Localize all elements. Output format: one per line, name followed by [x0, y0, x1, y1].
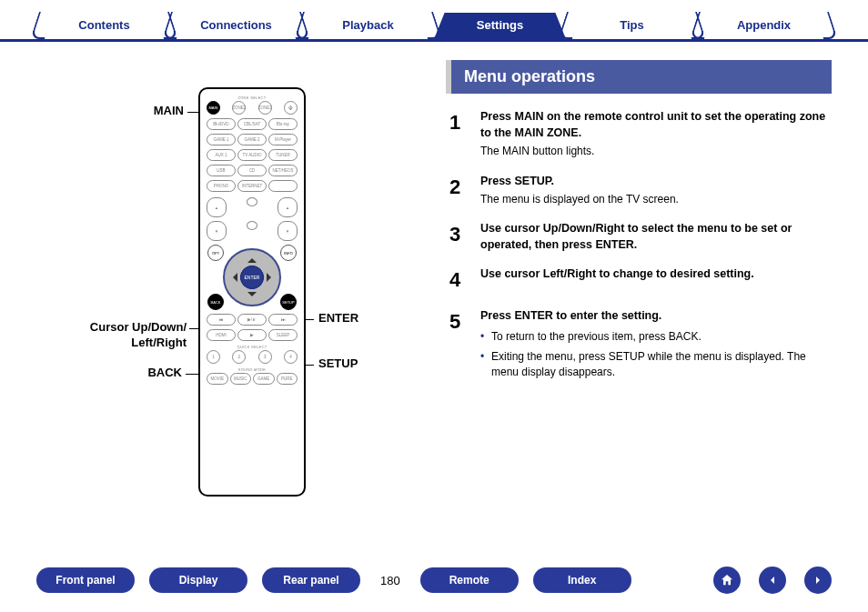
remote-btn-setup: SETUP: [280, 294, 297, 310]
remote-btn-quick4: 4: [284, 350, 298, 364]
step-number: 5: [449, 307, 468, 384]
bottom-link-remote[interactable]: Remote: [420, 567, 519, 593]
home-icon[interactable]: [713, 567, 741, 594]
remote-btn-eco: [247, 221, 257, 230]
remote-btn-source: USB: [207, 165, 236, 176]
remote-btn-quick1: 1: [207, 350, 220, 364]
remote-btn-play-pause: ▶/⏸: [237, 314, 267, 326]
callout-cursor: Cursor Up/Down/ Left/Right: [64, 320, 187, 351]
sound-mode-label: SOUND MODE: [206, 367, 298, 372]
remote-btn-source: GAME 1: [207, 134, 236, 145]
remote-btn-source: GAME 2: [237, 134, 267, 145]
remote-btn-source: INTERNET: [237, 180, 267, 192]
remote-illustration-column: MAIN Cursor Up/Down/ Left/Right BACK ENT…: [36, 60, 428, 524]
remote-btn-vol-down: ▼: [278, 221, 298, 241]
remote-btn-source: CD: [237, 165, 267, 176]
remote-btn-vol-up: ▲: [278, 197, 298, 217]
remote-btn-power: ⏻: [284, 101, 298, 115]
remote-btn-main: MAIN: [207, 101, 220, 115]
remote-btn-source: Blu-ray: [268, 118, 298, 130]
tab-appendix[interactable]: Appendix: [698, 13, 830, 39]
remote-btn-pure: PURE: [277, 373, 298, 385]
bottom-link-front-panel[interactable]: Front panel: [36, 567, 135, 593]
remote-btn-ch-down: ▼: [207, 221, 227, 241]
zone-select-label: ZONE SELECT: [206, 95, 298, 100]
remote-btn-quick2: 2: [232, 350, 246, 364]
dpad-right-icon: [267, 273, 276, 282]
tab-contents[interactable]: Contents: [38, 13, 170, 39]
bottom-link-display[interactable]: Display: [149, 567, 247, 593]
callout-setup: SETUP: [318, 356, 358, 370]
remote-btn-source: [268, 180, 298, 192]
remote-btn-transport: SLEEP: [268, 329, 298, 341]
callout-main: MAIN: [136, 104, 184, 117]
step-bullet: To return to the previous item, press BA…: [480, 329, 832, 345]
top-nav: Contents Connections Playback Settings T…: [0, 0, 868, 42]
remote-control-diagram: ZONE SELECT MAIN ZONE2 ZONE3 ⏻ Blu/DVD C…: [198, 87, 306, 497]
tab-playback[interactable]: Playback: [302, 13, 434, 39]
quick-select-label: QUICK SELECT: [206, 345, 298, 349]
remote-btn-source: PHONO: [207, 180, 236, 192]
remote-btn-info: INFO: [280, 245, 297, 261]
callout-back: BACK: [136, 366, 182, 379]
bottom-link-index[interactable]: Index: [533, 567, 631, 593]
step-1: 1 Press MAIN on the remote control unit …: [449, 108, 832, 160]
step-5: 5 Press ENTER to enter the setting. To r…: [449, 307, 832, 384]
step-number: 2: [449, 173, 468, 208]
step-bullet: Exiting the menu, press SETUP while the …: [480, 349, 832, 381]
bottom-link-rear-panel[interactable]: Rear panel: [262, 567, 360, 593]
tab-settings[interactable]: Settings: [434, 13, 566, 39]
step-3: 3 Use cursor Up/Down/Right to select the…: [449, 220, 832, 253]
step-text: Press ENTER to enter the setting.: [480, 309, 661, 322]
step-text: Press SETUP.: [480, 175, 554, 187]
next-page-icon[interactable]: [804, 567, 832, 594]
remote-btn-ch-up: ▲: [207, 197, 227, 217]
remote-btn-zone2: ZONE2: [232, 101, 246, 115]
section-heading: Menu operations: [446, 60, 832, 94]
step-number: 3: [449, 220, 468, 253]
remote-btn-mute: [247, 197, 257, 206]
step-number: 4: [449, 266, 468, 295]
step-subtext: The MAIN button lights.: [480, 144, 832, 159]
remote-btn-transport: ▶: [237, 329, 267, 341]
dpad-down-icon: [247, 292, 257, 301]
dpad-up-icon: [247, 254, 257, 263]
dpad-left-icon: [228, 273, 237, 282]
remote-btn-zone3: ZONE3: [258, 101, 272, 115]
bottom-bar: Front panel Display Rear panel 180 Remot…: [0, 567, 868, 594]
step-2: 2 Press SETUP. The menu is displayed on …: [449, 173, 832, 208]
step-text: Press MAIN on the remote control unit to…: [480, 110, 825, 139]
remote-btn-back: BACK: [207, 294, 224, 310]
prev-page-icon[interactable]: [759, 567, 786, 594]
remote-btn-quick3: 3: [258, 350, 272, 364]
page-number: 180: [375, 574, 406, 587]
remote-btn-source: M-Player: [268, 134, 298, 145]
tab-connections[interactable]: Connections: [170, 13, 302, 39]
step-text: Use cursor Up/Down/Right to select the m…: [480, 222, 792, 251]
remote-btn-source: TV AUDIO: [237, 149, 267, 161]
remote-btn-music: MUSIC: [230, 373, 252, 385]
remote-btn-enter: ENTER: [240, 266, 264, 289]
callout-enter: ENTER: [318, 311, 358, 325]
step-subtext: The menu is displayed on the TV screen.: [480, 192, 832, 207]
steps-list: 1 Press MAIN on the remote control unit …: [446, 108, 832, 385]
remote-dpad: ENTER: [223, 248, 281, 306]
remote-btn-tune-plus: ⏭: [268, 314, 298, 326]
remote-btn-source: NET/HEOS: [268, 165, 298, 176]
step-4: 4 Use cursor Left/Right to change to des…: [449, 266, 832, 295]
remote-btn-transport: HDMI: [207, 329, 236, 341]
instructions-column: Menu operations 1 Press MAIN on the remo…: [446, 60, 832, 524]
remote-btn-game: GAME: [253, 373, 275, 385]
remote-btn-option: OPT: [207, 245, 224, 261]
remote-btn-source: Blu/DVD: [207, 118, 236, 130]
remote-btn-source: AUX 1: [207, 149, 236, 161]
content-area: MAIN Cursor Up/Down/ Left/Right BACK ENT…: [0, 42, 868, 524]
remote-btn-tune-minus: ⏮: [207, 314, 236, 326]
step-text: Use cursor Left/Right to change to desir…: [480, 267, 754, 280]
step-number: 1: [449, 108, 468, 160]
remote-btn-source: TUNER: [268, 149, 298, 161]
tab-tips[interactable]: Tips: [566, 13, 698, 39]
remote-btn-source: CBL/SAT: [237, 118, 267, 130]
remote-btn-movie: MOVIE: [207, 373, 228, 385]
